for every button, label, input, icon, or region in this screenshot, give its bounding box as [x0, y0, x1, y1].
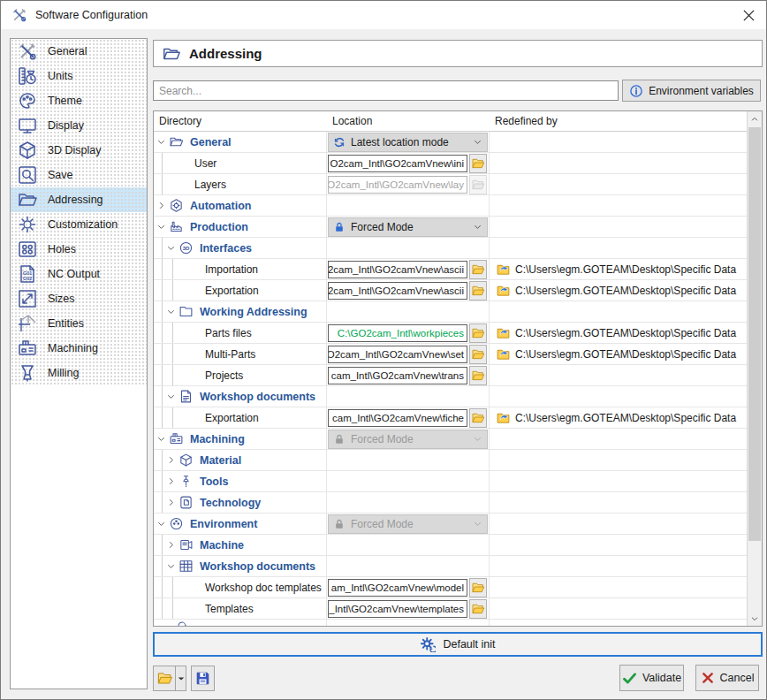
location-path-input[interactable]: C:\GO2cam_Intl\workpieces	[328, 324, 467, 342]
expander-chevron-right-icon[interactable]	[165, 498, 176, 507]
sidebar-item-display[interactable]: Display	[11, 113, 147, 138]
browse-folder-button[interactable]	[469, 154, 487, 173]
search-input[interactable]	[153, 80, 619, 101]
expander-chevron-down-icon[interactable]	[156, 519, 166, 529]
table-row-material[interactable]: Material	[154, 450, 747, 471]
expander-chevron-down-icon[interactable]	[156, 137, 166, 147]
scrollbar-thumb[interactable]	[748, 127, 761, 541]
expander-chevron-right-icon[interactable]	[156, 201, 166, 210]
folder-gold-icon	[471, 262, 485, 277]
expander-chevron-right-icon[interactable]	[165, 540, 176, 550]
location-mode-dropdown[interactable]: Latest location mode	[328, 133, 488, 152]
table-row-environment[interactable]: EnvironmentForced Mode	[154, 514, 747, 535]
gear-icon	[17, 214, 38, 235]
table-row-production[interactable]: ProductionForced Mode	[154, 217, 747, 238]
close-icon[interactable]	[738, 5, 759, 25]
scroll-up-icon[interactable]	[748, 111, 762, 126]
browse-folder-button[interactable]	[469, 408, 487, 428]
table-row-technology[interactable]: Technology	[154, 492, 747, 514]
sidebar-item-general[interactable]: General	[11, 39, 147, 64]
sizes-icon	[17, 288, 38, 309]
sidebar-item-label: 3D Display	[48, 144, 101, 156]
table-row-automation[interactable]: Automation	[154, 195, 747, 217]
sidebar-item-milling[interactable]: Milling	[11, 361, 147, 385]
browse-folder-button[interactable]	[469, 281, 487, 301]
folder-redirect-icon	[496, 410, 511, 425]
browse-folder-button[interactable]	[469, 345, 487, 364]
browse-folder-button[interactable]	[469, 366, 487, 385]
table-row-workshop-documents[interactable]: Workshop documents	[154, 556, 747, 577]
table-row-machine[interactable]: Machine	[154, 535, 747, 556]
gear-sliver-icon	[173, 620, 191, 626]
expander-chevron-down-icon[interactable]	[156, 434, 166, 444]
group-label: Working Addressing	[200, 306, 308, 318]
sidebar-item-3d-display[interactable]: 3D Display	[11, 138, 147, 163]
sidebar-item-machining[interactable]: Machining	[11, 336, 147, 361]
expander-chevron-down-icon[interactable]	[165, 392, 176, 401]
location-path-input[interactable]: cam_Intl\GO2camVnew\fiche	[328, 409, 467, 427]
sidebar-item-units[interactable]: Units	[11, 64, 147, 88]
directory-cell	[154, 620, 327, 626]
expander-chevron-down-icon[interactable]	[165, 243, 176, 253]
directory-cell: Templates	[154, 598, 327, 619]
environment-icon	[167, 516, 185, 531]
redefined-cell	[490, 132, 747, 152]
location-path-input[interactable]: _Intl\GO2camVnew\templates	[328, 600, 467, 618]
redefined-cell	[490, 450, 747, 470]
table-row-workshop-documents[interactable]: Workshop documents	[154, 386, 747, 407]
location-path-input[interactable]: O2cam_Intl\GO2camVnew\set	[328, 346, 467, 363]
expander-chevron-right-icon[interactable]	[165, 455, 176, 465]
browse-folder-button	[469, 175, 487, 194]
sidebar-item-nc-output[interactable]: G01G02NC Output	[11, 262, 147, 286]
location-path-input[interactable]: 2cam_Intl\GO2camVnew\ascii	[328, 261, 467, 278]
group-label: Material	[200, 454, 241, 467]
location-path-input[interactable]: 2cam_Intl\GO2camVnew\ascii	[328, 282, 467, 300]
sidebar-item-holes[interactable]: Holes	[11, 237, 147, 262]
sidebar-item-theme[interactable]: Theme	[11, 88, 147, 113]
directory-cell: Machine	[154, 535, 327, 555]
validate-button[interactable]: Validate	[619, 665, 684, 691]
table-row-general[interactable]: GeneralLatest location mode	[154, 132, 747, 153]
table-row-machining[interactable]: MachiningForced Mode	[154, 429, 747, 450]
sidebar-item-label: Addressing	[48, 194, 103, 206]
table-row-working-addressing[interactable]: Working Addressing	[154, 301, 747, 323]
location-cell	[327, 195, 490, 216]
location-path-input[interactable]: O2cam_Intl\GO2camVnew\ini	[328, 155, 467, 172]
expander-chevron-down-icon[interactable]	[156, 222, 166, 232]
folder-open-icon	[17, 189, 38, 210]
default-init-button[interactable]: Default init	[153, 632, 763, 657]
expander-chevron-right-icon[interactable]	[165, 476, 176, 486]
lock-icon	[333, 518, 346, 530]
open-config-button[interactable]	[153, 666, 175, 691]
location-cell	[327, 492, 490, 513]
sidebar-item-entities[interactable]: Entities	[11, 311, 147, 336]
location-mode-dropdown[interactable]: Forced Mode	[328, 217, 488, 237]
browse-folder-button[interactable]	[469, 578, 487, 597]
expander-chevron-down-icon[interactable]	[165, 307, 176, 316]
browse-folder-button[interactable]	[469, 599, 487, 619]
sidebar-item-label: Milling	[48, 367, 79, 379]
sidebar-item-customization[interactable]: Customization	[11, 212, 147, 237]
scroll-down-icon[interactable]	[748, 611, 762, 626]
location-path-input[interactable]: am_Intl\GO2camVnew\model	[328, 579, 467, 597]
location-path-value: 2cam_Intl\GO2camVnew\ascii	[328, 285, 464, 296]
table-row-tools[interactable]: Tools	[154, 471, 747, 492]
vertical-scrollbar[interactable]	[747, 111, 762, 626]
expander-chevron-down-icon[interactable]	[165, 561, 176, 571]
row-label: Templates	[205, 603, 254, 615]
refresh-icon	[333, 136, 346, 148]
sidebar-item-save[interactable]: Save	[11, 163, 147, 187]
sidebar-item-sizes[interactable]: Sizes	[11, 286, 147, 311]
entities-icon	[17, 313, 38, 334]
sidebar-item-addressing[interactable]: Addressing	[11, 187, 147, 212]
open-config-dropdown-arrow-icon[interactable]	[175, 666, 186, 691]
environment-variables-button[interactable]: Environment variables	[622, 80, 761, 102]
browse-folder-button[interactable]	[469, 260, 487, 279]
table-row-interfaces[interactable]: 3DInterfaces	[154, 238, 747, 259]
cancel-button[interactable]: Cancel	[695, 665, 759, 691]
browse-folder-button[interactable]	[469, 323, 487, 343]
location-path-value: O2cam_Intl\GO2camVnew\set	[328, 349, 464, 360]
save-config-button[interactable]	[191, 666, 215, 691]
lock-icon	[333, 221, 346, 233]
location-path-input[interactable]: cam_Intl\GO2camVnew\trans	[328, 367, 467, 384]
